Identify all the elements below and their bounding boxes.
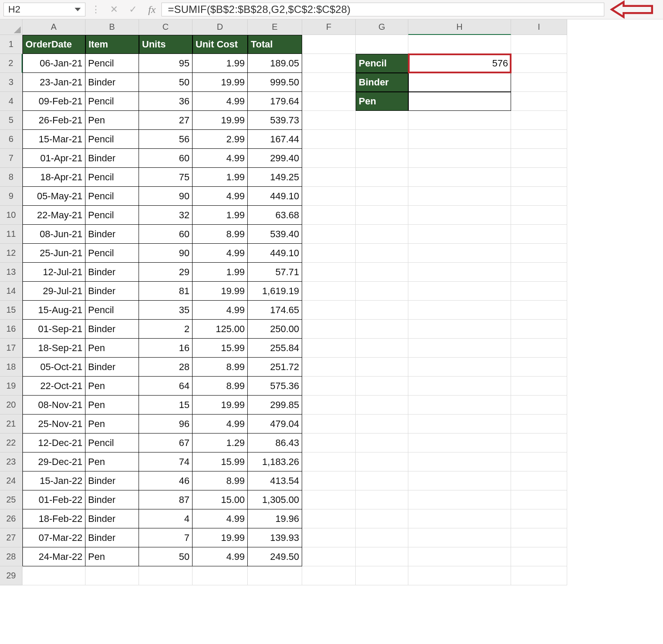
table-cell[interactable]: Binder [85,225,139,244]
row-header[interactable]: 2 [0,54,22,73]
row-header[interactable]: 10 [0,206,22,225]
table-header[interactable]: Total [248,35,302,54]
table-cell[interactable]: 81 [139,282,193,301]
cell[interactable] [511,528,567,547]
cell[interactable] [511,225,567,244]
cell[interactable] [356,434,408,452]
cell[interactable] [248,566,302,585]
table-cell[interactable]: 1,305.00 [248,490,302,509]
table-header[interactable]: OrderDate [22,35,85,54]
table-cell[interactable]: 299.40 [248,149,302,168]
table-cell[interactable]: Pen [85,111,139,130]
cells-area[interactable]: OrderDateItemUnitsUnit CostTotal06-Jan-2… [22,35,567,585]
row-header[interactable]: 7 [0,149,22,168]
table-cell[interactable]: 95 [139,54,193,73]
cell[interactable] [302,509,356,528]
cell[interactable] [356,490,408,509]
table-cell[interactable]: Binder [85,490,139,509]
table-cell[interactable]: 09-Feb-21 [22,92,85,111]
table-cell[interactable]: 67 [139,434,193,452]
cell[interactable] [356,187,408,206]
cell[interactable] [511,566,567,585]
row-header[interactable]: 22 [0,434,22,452]
table-cell[interactable]: 32 [139,206,193,225]
summary-label[interactable]: Pen [356,92,408,111]
table-cell[interactable]: 15 [139,396,193,415]
table-cell[interactable]: 15.99 [193,339,248,358]
col-header[interactable]: A [22,19,85,35]
cell[interactable] [302,301,356,320]
cell[interactable] [511,54,567,73]
cell[interactable] [511,452,567,471]
cell[interactable] [356,111,408,130]
table-cell[interactable]: Binder [85,73,139,92]
cell[interactable] [511,301,567,320]
cell[interactable] [356,168,408,187]
table-cell[interactable]: 60 [139,149,193,168]
table-cell[interactable]: 1.29 [193,434,248,452]
table-cell[interactable]: 1.99 [193,206,248,225]
cell[interactable] [511,244,567,263]
cell[interactable] [511,415,567,434]
cell[interactable] [302,263,356,282]
cell[interactable] [356,225,408,244]
cell[interactable] [302,434,356,452]
table-cell[interactable]: 24-Mar-22 [22,547,85,566]
row-header[interactable]: 16 [0,320,22,339]
cell[interactable] [511,358,567,377]
table-cell[interactable]: 8.99 [193,358,248,377]
table-cell[interactable]: 125.00 [193,320,248,339]
cell[interactable] [356,149,408,168]
cell[interactable] [302,73,356,92]
cell[interactable] [356,339,408,358]
cell[interactable] [408,452,511,471]
table-cell[interactable]: Pencil [85,54,139,73]
select-all-corner[interactable] [0,19,22,35]
cell[interactable] [408,471,511,490]
row-header[interactable]: 18 [0,358,22,377]
summary-value[interactable]: 576 [408,54,511,73]
table-cell[interactable]: 35 [139,301,193,320]
cell[interactable] [408,415,511,434]
cell[interactable] [511,282,567,301]
table-cell[interactable]: 75 [139,168,193,187]
table-cell[interactable]: 86.43 [248,434,302,452]
row-header[interactable]: 28 [0,547,22,566]
table-cell[interactable]: Pencil [85,244,139,263]
table-cell[interactable]: 29 [139,263,193,282]
table-cell[interactable]: 251.72 [248,358,302,377]
table-cell[interactable]: 539.73 [248,111,302,130]
table-cell[interactable]: 01-Sep-21 [22,320,85,339]
table-cell[interactable]: Pen [85,415,139,434]
table-cell[interactable]: 139.93 [248,528,302,547]
table-cell[interactable]: 8.99 [193,471,248,490]
table-cell[interactable]: 19.99 [193,396,248,415]
cell[interactable] [22,566,85,585]
table-cell[interactable]: 06-Jan-21 [22,54,85,73]
cell[interactable] [511,168,567,187]
cell[interactable] [356,547,408,566]
cell[interactable] [511,509,567,528]
table-cell[interactable]: 449.10 [248,187,302,206]
table-cell[interactable]: 8.99 [193,225,248,244]
table-cell[interactable]: 449.10 [248,244,302,263]
table-cell[interactable]: Binder [85,282,139,301]
row-header[interactable]: 21 [0,415,22,434]
table-cell[interactable]: Pencil [85,168,139,187]
cell[interactable] [408,206,511,225]
table-cell[interactable]: 174.65 [248,301,302,320]
table-cell[interactable]: 05-Oct-21 [22,358,85,377]
cell[interactable] [302,339,356,358]
col-header[interactable]: G [356,19,408,35]
col-header[interactable]: F [302,19,356,35]
table-cell[interactable]: 19.99 [193,73,248,92]
summary-value[interactable] [408,92,511,111]
table-cell[interactable]: Pencil [85,206,139,225]
more-icon[interactable]: ⋮ [87,3,103,16]
table-cell[interactable]: 4.99 [193,547,248,566]
cell[interactable] [408,547,511,566]
cell[interactable] [85,566,139,585]
row-header[interactable]: 29 [0,566,22,585]
table-cell[interactable]: 4.99 [193,187,248,206]
cell[interactable] [511,339,567,358]
